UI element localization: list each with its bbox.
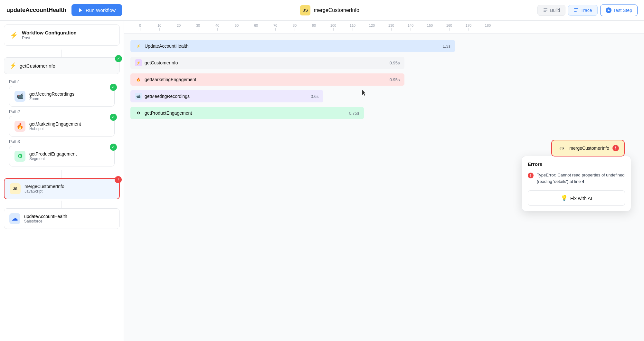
ruler-label-40: 40 — [215, 24, 219, 27]
trace-bar-marketing: 🔥 getMarketingEngagement 0.95s — [130, 73, 404, 86]
marketing-bar-time: 0.95s — [390, 77, 400, 82]
trace-button[interactable]: Trace — [568, 5, 597, 16]
svg-rect-3 — [544, 11, 546, 12]
ruler-label-100: 100 — [330, 24, 336, 27]
trace-row-update-account[interactable]: ⚡ UpdateAccountHealth 1.3s — [130, 40, 638, 53]
workflow-name: updateAccountHealth — [6, 7, 66, 14]
ruler-label-170: 170 — [466, 24, 471, 27]
ruler-label-0: 0 — [139, 24, 141, 27]
update-account-health-container: ☁ updateAccountHealth Salesforce — [0, 208, 124, 229]
segment-icon: ⚙ — [14, 151, 25, 162]
ruler-mark-110: 110 — [343, 24, 362, 31]
merge-customer-info-service: JavaScript — [24, 189, 64, 194]
get-meeting-recordings-card[interactable]: 📹 getMeetingRecordings Zoom ✓ — [9, 86, 115, 107]
merge-customer-info-container: JS mergeCustomerInfo JavaScript ! — [0, 178, 124, 199]
update-account-health-service: Salesforce — [24, 219, 67, 223]
get-product-engagement-name: getProductEngagement — [29, 151, 77, 156]
update-account-bar-label: UpdateAccountHealth — [145, 43, 188, 49]
ruler-mark-60: 60 — [246, 24, 266, 31]
get-customer-info-header[interactable]: ⚡ getCustomerInfo ✓ — [4, 57, 120, 74]
error-popup-header: Errors — [522, 156, 631, 170]
trace-row-get-customer[interactable]: ⚡ getCustomerInfo 0.95s — [130, 57, 638, 70]
svg-rect-6 — [574, 11, 577, 12]
ruler-label-50: 50 — [235, 24, 239, 27]
ruler-mark-170: 170 — [459, 24, 478, 31]
trace-label: Trace — [581, 8, 592, 13]
test-step-play-icon — [606, 7, 611, 13]
workflow-config-card[interactable]: ⚡ Workflow Configuration Post — [4, 24, 120, 46]
merge-customer-info-card[interactable]: JS mergeCustomerInfo JavaScript ! — [4, 178, 120, 199]
svg-rect-5 — [574, 10, 577, 10]
fix-with-ai-button[interactable]: 💡 Fix with AI — [528, 190, 625, 206]
ruler-mark-20: 20 — [169, 24, 188, 31]
trace-bar-get-customer: ⚡ getCustomerInfo 0.95s — [130, 57, 404, 69]
topbar-right: Build Trace Test Step — [537, 5, 638, 16]
update-account-health-text: updateAccountHealth Salesforce — [24, 214, 67, 223]
ruler-mark-130: 130 — [382, 24, 401, 31]
get-product-engagement-card[interactable]: ⚙ getProductEngagement Segment ✓ — [9, 146, 115, 166]
get-customer-bar-icon: ⚡ — [135, 59, 142, 66]
get-customer-bar-name: ⚡ getCustomerInfo — [135, 59, 178, 66]
marketing-bar-icon: 🔥 — [135, 76, 142, 83]
ruler-tick-30 — [198, 28, 198, 31]
trace-bar-product: ⚙ getProductEngagement 0.75s — [130, 107, 364, 119]
ruler-label-80: 80 — [293, 24, 297, 27]
get-customer-info-icon: ⚡ — [9, 62, 16, 69]
test-step-label: Test Step — [613, 8, 632, 13]
meetings-bar-name: 📹 getMeetingRecordings — [135, 93, 190, 100]
get-customer-info-name: getCustomerInfo — [20, 63, 55, 69]
ruler-tick-180 — [488, 28, 488, 31]
ruler-tick-10 — [159, 28, 160, 31]
get-marketing-engagement-badge: ✓ — [110, 114, 117, 121]
test-step-button[interactable]: Test Step — [600, 5, 638, 16]
ruler-mark-100: 100 — [324, 24, 343, 31]
merge-customer-info-node[interactable]: JS mergeCustomerInfo ! — [551, 140, 625, 156]
build-icon — [543, 8, 548, 13]
error-text: TypeError: Cannot read properties of und… — [537, 172, 625, 185]
get-customer-bar-time: 0.95s — [390, 61, 400, 65]
merge-error-badge: ! — [115, 176, 122, 183]
workflow-config-text: Workflow Configuration Post — [22, 30, 77, 40]
get-marketing-engagement-card[interactable]: 🔥 getMarketingEngagement Hubspot ✓ — [9, 116, 115, 137]
trace-icon — [573, 8, 579, 13]
trace-row-meetings[interactable]: 📹 getMeetingRecordings 0.6s — [130, 90, 638, 103]
meetings-bar-icon: 📹 — [135, 93, 142, 100]
ruler-tick-50 — [237, 28, 237, 31]
run-workflow-button[interactable]: Run Workflow — [71, 4, 122, 16]
update-account-health-card[interactable]: ☁ updateAccountHealth Salesforce — [4, 208, 120, 229]
salesforce-icon: ☁ — [9, 213, 20, 224]
get-customer-bar-label: getCustomerInfo — [145, 60, 178, 65]
connector-2 — [62, 170, 62, 178]
get-marketing-engagement-service: Hubspot — [29, 127, 81, 131]
ruler-tick-20 — [179, 28, 179, 31]
ruler-label-110: 110 — [350, 24, 355, 27]
ruler-label-140: 140 — [408, 24, 413, 27]
ruler-label-180: 180 — [485, 24, 491, 27]
trace-bar-update-account-container: ⚡ UpdateAccountHealth 1.3s — [130, 40, 638, 53]
ruler-label-90: 90 — [312, 24, 316, 27]
svg-rect-2 — [544, 10, 547, 11]
merge-js-icon: JS — [10, 183, 21, 194]
trace-row-product[interactable]: ⚙ getProductEngagement 0.75s — [130, 107, 638, 120]
ruler-tick-80 — [295, 28, 295, 31]
product-bar-label: getProductEngagement — [145, 110, 192, 116]
ruler-tick-0 — [140, 28, 140, 31]
run-button-label: Run Workflow — [86, 7, 116, 13]
fix-ai-label: Fix with AI — [570, 195, 592, 201]
ruler-marks: 0102030405060708090100110120130140150160… — [127, 24, 497, 31]
ruler-tick-120 — [372, 28, 372, 31]
ruler-mark-30: 30 — [188, 24, 208, 31]
ruler-tick-70 — [275, 28, 276, 31]
ruler-label-160: 160 — [446, 24, 452, 27]
get-customer-info-section: ⚡ getCustomerInfo ✓ Path1 📹 getMeetingRe… — [4, 57, 120, 170]
trace-row-marketing[interactable]: 🔥 getMarketingEngagement 0.95s — [130, 73, 638, 86]
error-popup: Errors ! TypeError: Cannot read properti… — [522, 156, 631, 211]
update-account-bar-name: ⚡ UpdateAccountHealth — [135, 43, 188, 50]
ruler-mark-90: 90 — [304, 24, 324, 31]
build-button[interactable]: Build — [537, 5, 565, 16]
zoom-icon: 📹 — [14, 91, 25, 102]
ruler-tick-60 — [256, 28, 256, 31]
ruler-mark-160: 160 — [440, 24, 459, 31]
ruler-label-70: 70 — [273, 24, 277, 27]
get-meeting-recordings-name: getMeetingRecordings — [29, 91, 74, 97]
